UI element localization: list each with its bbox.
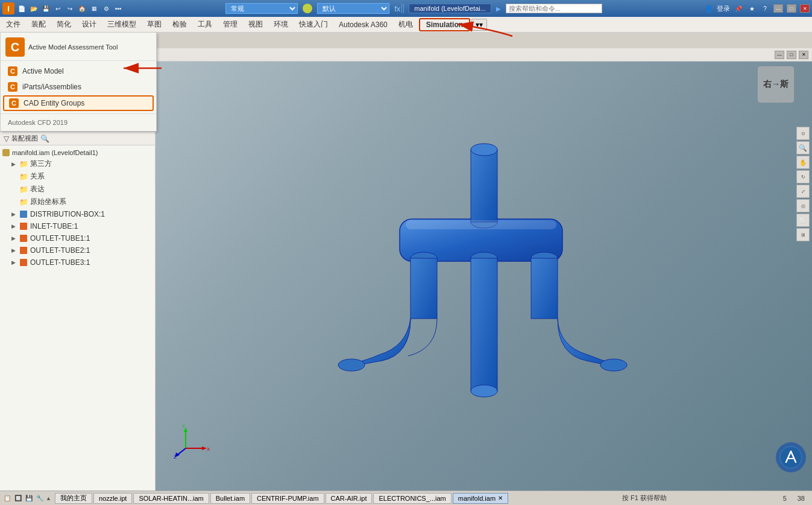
menu-mech[interactable]: 机电 (394, 18, 418, 31)
open-icon[interactable]: 📂 (29, 4, 39, 13)
menu-tools[interactable]: 工具 (193, 18, 217, 31)
3d-viewport[interactable]: — □ ✕ 右→斯 ⊙ 🔍 ✋ ↻ ⤢ ◎ ⬜ ⊞ (156, 48, 812, 491)
list-item[interactable]: ▶ 📁 第三方 (0, 157, 155, 170)
redo-icon[interactable]: ↪ (65, 4, 75, 13)
svg-point-13 (600, 359, 627, 371)
save-icon[interactable]: 💾 (41, 4, 51, 13)
list-item[interactable]: 📁 表达 (0, 183, 155, 195)
svg-text:X: X (207, 446, 210, 452)
app-logo-icon: C (5, 37, 25, 57)
expand-icon-inlet[interactable]: ▶ (10, 223, 17, 230)
expand-icon-expr[interactable] (10, 186, 17, 193)
svg-rect-14 (406, 220, 556, 229)
user-label[interactable]: 登录 (717, 4, 730, 13)
taskbar-icon-3[interactable]: 💾 (24, 494, 34, 503)
color-swatch[interactable] (303, 4, 312, 13)
dropdown-footer: Autodesk CFD 2019 (1, 116, 156, 129)
menu-bar: 文件 装配 简化 设计 三维模型 草图 检验 工具 管理 视图 环境 快速入门 … (0, 17, 812, 33)
menu-view[interactable]: 视图 (244, 18, 268, 31)
star-icon[interactable]: ★ (747, 4, 757, 13)
list-item[interactable]: ▶ DISTRIBUTION-BOX:1 (0, 208, 155, 220)
tree-label-distrib: DISTRIBUTION-BOX:1 (30, 210, 105, 218)
panel-toolbar: ▽ 装配视图 🔍 (0, 132, 155, 145)
orange-box-icon (19, 233, 28, 243)
list-item[interactable]: ▶ OUTLET-TUBE3:1 (0, 256, 155, 268)
tab-manifold-close[interactable]: ✕ (498, 495, 503, 501)
tab-solar[interactable]: SOLAR-HEATIN...iam (133, 493, 209, 504)
tab-centrif[interactable]: CENTRIF-PUMP.iam (251, 493, 324, 504)
more-icon[interactable]: ••• (113, 4, 123, 13)
menu-more[interactable]: ▾▾ (471, 19, 487, 31)
mode-dropdown[interactable]: 常规 (225, 3, 298, 14)
settings-icon[interactable]: ⚙ (101, 4, 111, 13)
question-icon[interactable]: ? (760, 4, 770, 13)
tab-nozzle[interactable]: nozzle.ipt (93, 493, 132, 504)
dropdown-item-cad-entity-groups[interactable]: C CAD Entity Groups (3, 95, 154, 111)
viewport-min-button[interactable]: — (775, 51, 784, 59)
undo-icon[interactable]: ↩ (53, 4, 63, 13)
expand-icon-outlet1[interactable]: ▶ (10, 235, 17, 242)
path-arrow: ▶ (496, 5, 501, 12)
expand-icon-distrib[interactable]: ▶ (10, 211, 17, 218)
menu-manage[interactable]: 管理 (218, 18, 242, 31)
title-bar-right: 👤 登录 📌 ★ ? — □ ✕ (705, 4, 810, 13)
formula-bar: fx (394, 4, 404, 13)
list-item[interactable]: 📁 原始坐标系 (0, 195, 155, 208)
menu-environment[interactable]: 环境 (269, 18, 293, 31)
tab-electronics[interactable]: ELECTRONICS_...iam (373, 493, 451, 504)
menu-simplify[interactable]: 简化 (52, 18, 76, 31)
taskbar-icon-1[interactable]: 📋 (2, 494, 12, 503)
tab-home[interactable]: 我的主页 (55, 493, 92, 504)
filter-icon[interactable]: ▽ (4, 135, 9, 143)
home-icon[interactable]: 🏠 (77, 4, 87, 13)
menu-design[interactable]: 设计 (77, 18, 101, 31)
close-button[interactable]: ✕ (800, 4, 810, 13)
list-item[interactable]: ▶ INLET-TUBE:1 (0, 220, 155, 232)
search-input[interactable] (506, 4, 602, 13)
svg-text:Z: Z (174, 454, 177, 460)
tab-manifold[interactable]: manifold.iam ✕ (453, 493, 508, 504)
list-item[interactable]: ▶ OUTLET-TUBE1:1 (0, 232, 155, 244)
assembly-view-label[interactable]: 装配视图 (11, 134, 38, 143)
maximize-button[interactable]: □ (787, 4, 796, 13)
tree-label-outlet1: OUTLET-TUBE1:1 (30, 234, 90, 243)
tab-car-air[interactable]: CAR-AIR.ipt (326, 493, 373, 504)
expand-icon-third-party[interactable]: ▶ (10, 160, 17, 168)
minimize-button[interactable]: — (773, 4, 783, 13)
menu-inspect[interactable]: 检验 (168, 18, 192, 31)
menu-autodesk-a360[interactable]: Autodesk A360 (334, 19, 392, 30)
expand-icon-outlet3[interactable]: ▶ (10, 259, 17, 266)
menu-sketch[interactable]: 草图 (142, 18, 166, 31)
user-icon[interactable]: 👤 (705, 5, 713, 13)
expand-icon-outlet2[interactable]: ▶ (10, 247, 17, 254)
expand-icon-relations[interactable] (10, 173, 17, 180)
file-path: manifold (LevelofDetai... (409, 4, 491, 13)
viewport-close-button[interactable]: ✕ (799, 51, 808, 59)
taskbar-up-arrow[interactable]: ▲ (46, 495, 51, 501)
menu-assembly[interactable]: 装配 (27, 18, 51, 31)
menu-simulation[interactable]: Simulation (419, 18, 470, 31)
viewport-max-button[interactable]: □ (787, 51, 796, 59)
menu-quicklaunch[interactable]: 快速入门 (294, 18, 333, 31)
expand-icon-origin[interactable] (10, 199, 17, 206)
left-panel: 模型 ▾ ✕ ? ▽ 装配视图 🔍 manifold.iam (LevelofD… (0, 116, 156, 491)
taskbar-left-icons: 📋 🔲 💾 🔧 ▲ (2, 494, 51, 503)
tree-label-third-party: 第三方 (30, 159, 52, 169)
search-tree-icon[interactable]: 🔍 (40, 135, 49, 143)
new-icon[interactable]: 📄 (17, 4, 27, 13)
menu-3dmodel[interactable]: 三维模型 (102, 18, 141, 31)
taskbar-icon-2[interactable]: 🔲 (13, 494, 23, 503)
menu-file[interactable]: 文件 (1, 18, 25, 31)
toolbar-icons[interactable]: ▦ (89, 4, 99, 13)
dropdown-item-iparts[interactable]: C iParts/iAssemblies (1, 79, 156, 95)
tab-bullet[interactable]: Bullet.iam (210, 493, 250, 504)
taskbar-icon-4[interactable]: 🔧 (35, 494, 45, 503)
list-item[interactable]: ▶ OUTLET-TUBE2:1 (0, 244, 155, 256)
material-dropdown[interactable]: 默认 (317, 3, 389, 14)
list-item[interactable]: 📁 关系 (0, 170, 155, 183)
folder-icon: 📁 (19, 197, 28, 207)
pin-icon[interactable]: 📌 (734, 4, 743, 13)
dropdown-item-active-model[interactable]: C Active Model (1, 63, 156, 79)
status-num-2: 38 (793, 495, 810, 502)
tree-root[interactable]: manifold.iam (LevelofDetail1) (0, 148, 155, 157)
